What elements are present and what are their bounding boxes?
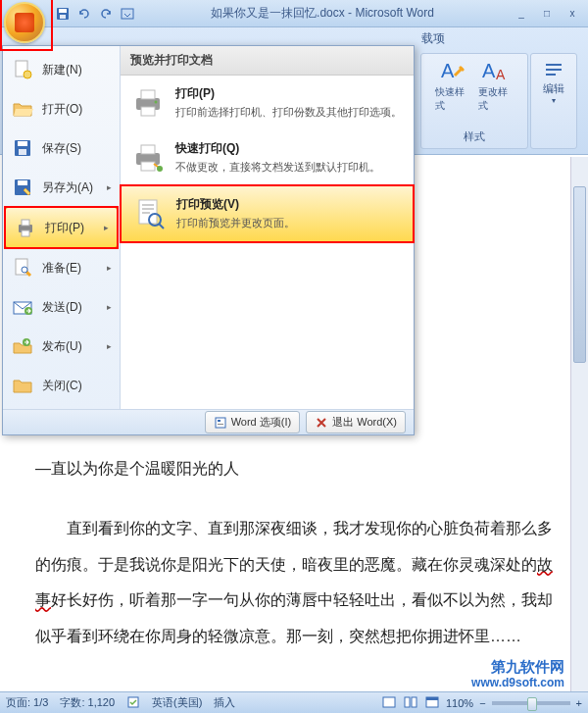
- svg-text:A: A: [482, 60, 496, 81]
- menu-item-print[interactable]: 打印(P) ▸: [5, 207, 118, 248]
- minimize-button[interactable]: _: [510, 6, 533, 22]
- doc-paragraph: 直到看到你的文字、直到那深夜细谈，我才发现你的心脏负荷着那么多的伤痕。于是我说你…: [35, 511, 553, 655]
- chevron-right-icon: ▸: [107, 263, 112, 273]
- undo-icon[interactable]: [76, 6, 92, 22]
- open-icon: [11, 97, 34, 121]
- zoom-in-button[interactable]: +: [576, 697, 582, 709]
- svg-rect-40: [218, 424, 223, 425]
- office-button[interactable]: [4, 2, 45, 43]
- svg-rect-33: [139, 200, 157, 224]
- ribbon-group-edit[interactable]: 编辑 ▾: [530, 53, 577, 149]
- svg-point-11: [24, 71, 31, 78]
- menu-item-open[interactable]: 打开(O): [3, 89, 120, 128]
- quickprint-icon: [130, 140, 166, 176]
- office-submenu: 预览并打印文档 打印(P) 打印前选择打印机、打印份数及其他打印选项。 快速打印…: [121, 46, 414, 409]
- office-logo-icon: [15, 13, 34, 32]
- office-menu-footer: Word 选项(I) 退出 Word(X): [3, 409, 414, 434]
- printer-icon: [130, 85, 166, 121]
- submenu-item-quickprint[interactable]: 快速打印(Q) 不做更改，直接将文档发送到默认打印机。: [121, 130, 414, 185]
- svg-rect-26: [141, 90, 155, 99]
- svg-rect-19: [22, 230, 29, 236]
- view-print-layout-icon[interactable]: [381, 695, 397, 711]
- svg-rect-27: [141, 107, 155, 116]
- svg-rect-39: [218, 420, 220, 422]
- submenu-item-preview[interactable]: 打印预览(V) 打印前预览并更改页面。: [121, 185, 414, 242]
- submenu-header: 预览并打印文档: [121, 46, 414, 76]
- zoom-slider[interactable]: [492, 701, 570, 705]
- close-folder-icon: [11, 374, 34, 397]
- svg-rect-35: [142, 208, 154, 210]
- svg-rect-36: [142, 212, 150, 214]
- statusbar: 页面: 1/3 字数: 1,120 英语(美国) 插入 110% − +: [0, 691, 588, 713]
- window-title: 如果你又是一抹回忆.docx - Microsoft Word: [211, 5, 434, 22]
- vertical-scrollbar[interactable]: [570, 157, 588, 691]
- change-style-button[interactable]: AA 更改样式: [478, 58, 514, 113]
- office-menu: 新建(N) 打开(O) 保存(S) 另存为(A) ▸ 打印(P) ▸: [2, 45, 415, 435]
- send-icon: [11, 295, 34, 319]
- menu-item-prepare[interactable]: 准备(E) ▸: [3, 248, 120, 287]
- doc-heading: —直以为你是个温暖阳光的人: [35, 451, 553, 487]
- svg-rect-7: [546, 64, 562, 66]
- svg-rect-17: [19, 225, 32, 232]
- svg-rect-13: [18, 141, 27, 146]
- svg-rect-9: [546, 74, 556, 76]
- status-words[interactable]: 字数: 1,120: [60, 695, 115, 710]
- qat-more-icon[interactable]: [120, 6, 135, 22]
- svg-rect-43: [405, 697, 410, 707]
- menu-item-close[interactable]: 关闭(C): [3, 366, 120, 405]
- scroll-thumb[interactable]: [573, 186, 586, 363]
- chevron-right-icon: ▸: [107, 302, 112, 312]
- svg-rect-18: [22, 220, 29, 226]
- proof-icon[interactable]: [126, 695, 140, 711]
- print-icon: [14, 216, 37, 239]
- maximize-button[interactable]: □: [535, 6, 559, 22]
- chevron-right-icon: ▸: [107, 182, 112, 192]
- status-page[interactable]: 页面: 1/3: [6, 695, 48, 710]
- status-insert[interactable]: 插入: [214, 695, 235, 710]
- titlebar: 如果你又是一抹回忆.docx - Microsoft Word _ □ x: [0, 0, 588, 27]
- quick-style-button[interactable]: A 快速样式: [435, 58, 470, 113]
- svg-rect-14: [19, 149, 26, 155]
- svg-rect-2: [60, 15, 66, 19]
- submenu-item-print[interactable]: 打印(P) 打印前选择打印机、打印份数及其他打印选项。: [121, 76, 414, 130]
- svg-text:A: A: [496, 67, 506, 82]
- menu-item-publish[interactable]: 发布(U) ▸: [3, 327, 120, 366]
- save-icon[interactable]: [55, 6, 71, 22]
- close-button[interactable]: x: [561, 6, 584, 22]
- prepare-icon: [11, 256, 34, 280]
- window-controls: _ □ x: [510, 6, 584, 22]
- svg-rect-30: [141, 145, 155, 154]
- chevron-right-icon: ▸: [107, 341, 112, 351]
- svg-rect-44: [412, 697, 416, 707]
- svg-rect-38: [216, 418, 225, 428]
- view-web-icon[interactable]: [424, 695, 440, 711]
- redo-icon[interactable]: [98, 6, 114, 22]
- svg-rect-8: [546, 69, 562, 71]
- svg-point-21: [22, 267, 27, 273]
- exit-word-button[interactable]: 退出 Word(X): [306, 411, 406, 433]
- status-language[interactable]: 英语(美国): [152, 695, 202, 710]
- new-icon: [11, 58, 34, 81]
- word-options-button[interactable]: Word 选项(I): [205, 411, 301, 433]
- menu-item-save[interactable]: 保存(S): [3, 128, 120, 168]
- group-label-styles: 样式: [464, 129, 485, 144]
- save-menu-icon: [11, 136, 34, 160]
- saveas-icon: [11, 176, 34, 199]
- svg-point-32: [157, 166, 163, 172]
- tab-addin[interactable]: 载项: [421, 30, 445, 47]
- svg-rect-31: [141, 162, 155, 171]
- ribbon-group-styles: A 快速样式 AA 更改样式 样式: [420, 53, 528, 149]
- publish-icon: [11, 334, 34, 358]
- menu-item-new[interactable]: 新建(N): [3, 50, 120, 89]
- svg-point-37: [149, 214, 161, 226]
- view-fullscreen-icon[interactable]: [403, 695, 418, 711]
- zoom-value[interactable]: 110%: [446, 697, 473, 709]
- svg-rect-34: [142, 204, 154, 206]
- svg-rect-16: [18, 180, 27, 185]
- zoom-out-button[interactable]: −: [479, 697, 485, 709]
- chevron-right-icon: ▸: [104, 223, 109, 232]
- svg-rect-42: [383, 697, 395, 707]
- menu-item-send[interactable]: 发送(D) ▸: [3, 287, 120, 327]
- preview-icon: [131, 196, 167, 231]
- menu-item-saveas[interactable]: 另存为(A) ▸: [3, 168, 120, 207]
